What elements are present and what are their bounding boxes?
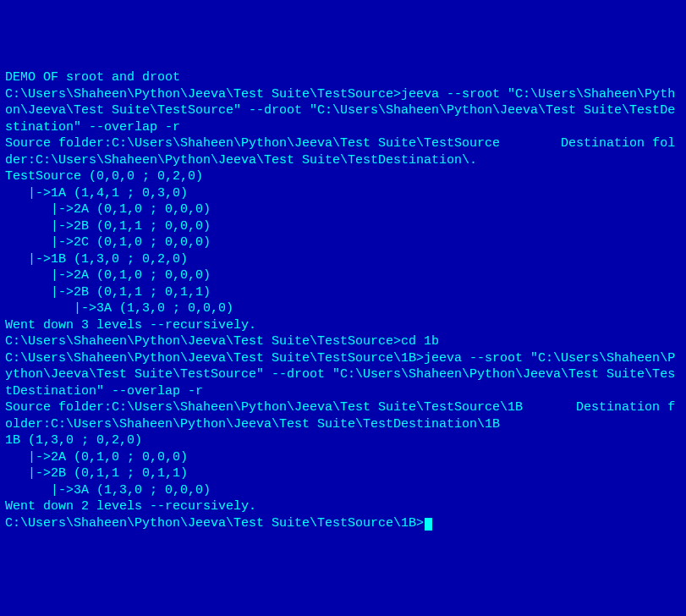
terminal-line: |->1A (1,4,1 ; 0,3,0) [5, 185, 681, 202]
cursor [425, 518, 432, 531]
terminal-prompt: C:\Users\Shaheen\Python\Jeeva\Test Suite… [5, 516, 424, 531]
terminal-line: TestSource (0,0,0 ; 0,2,0) [5, 168, 681, 185]
terminal-line: |->2A (0,1,0 ; 0,0,0) [5, 201, 681, 218]
terminal-line: C:\Users\Shaheen\Python\Jeeva\Test Suite… [5, 350, 681, 400]
terminal-line: C:\Users\Shaheen\Python\Jeeva\Test Suite… [5, 86, 681, 136]
terminal-line: |->2A (0,1,0 ; 0,0,0) [5, 449, 681, 466]
terminal-line: |->1B (1,3,0 ; 0,2,0) [5, 251, 681, 268]
terminal-line: |->2B (0,1,1 ; 0,0,0) [5, 218, 681, 235]
terminal-window[interactable]: DEMO OF sroot and drootC:\Users\Shaheen\… [5, 69, 681, 616]
terminal-line: |->3A (1,3,0 ; 0,0,0) [5, 482, 681, 499]
terminal-line: Went down 3 levels --recursively. [5, 317, 681, 334]
terminal-line: Went down 2 levels --recursively. [5, 498, 681, 515]
terminal-line: Source folder:C:\Users\Shaheen\Python\Je… [5, 399, 681, 432]
terminal-line: 1B (1,3,0 ; 0,2,0) [5, 432, 681, 449]
terminal-line: DEMO OF sroot and droot [5, 69, 681, 86]
terminal-line: Source folder:C:\Users\Shaheen\Python\Je… [5, 135, 681, 168]
terminal-line: C:\Users\Shaheen\Python\Jeeva\Test Suite… [5, 333, 681, 350]
terminal-line: |->2A (0,1,0 ; 0,0,0) [5, 267, 681, 284]
terminal-line: |->2C (0,1,0 ; 0,0,0) [5, 234, 681, 251]
terminal-line: |->2B (0,1,1 ; 0,1,1) [5, 284, 681, 301]
terminal-line: |->2B (0,1,1 ; 0,1,1) [5, 465, 681, 482]
terminal-line: |->3A (1,3,0 ; 0,0,0) [5, 300, 681, 317]
